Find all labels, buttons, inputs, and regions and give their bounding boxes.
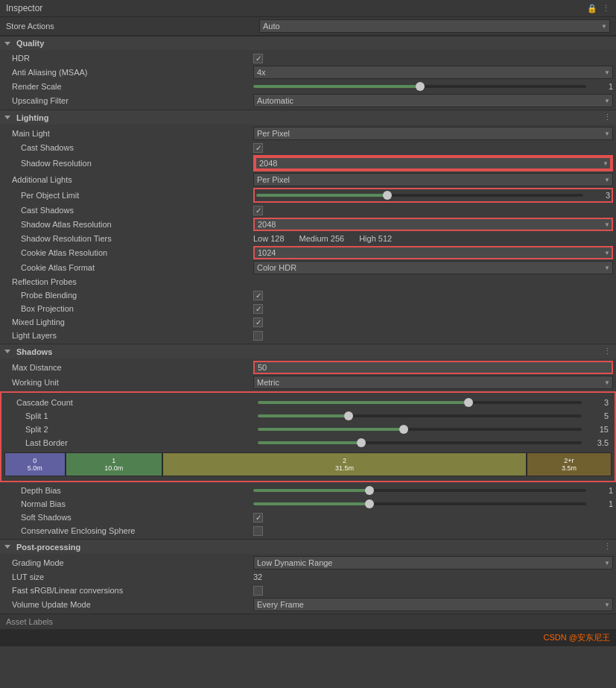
depth-bias-fill <box>253 489 369 492</box>
upscaling-label: Upscaling Filter <box>0 96 253 105</box>
max-distance-input[interactable] <box>253 361 613 374</box>
shadows-section-header[interactable]: Shadows ⋮ <box>0 344 616 359</box>
shadow-resolution-label: Shadow Resolution <box>0 159 253 168</box>
cast-shadows-main-checkbox[interactable] <box>253 143 263 153</box>
additional-lights-row: Additional Lights Per Pixel <box>0 172 616 187</box>
soft-shadows-checkbox[interactable] <box>253 513 263 523</box>
cookie-atlas-resolution-label: Cookie Atlas Resolution <box>0 248 253 257</box>
store-actions-select[interactable]: Auto <box>259 19 610 33</box>
lighting-menu-icon[interactable]: ⋮ <box>603 113 612 122</box>
main-light-value: Per Pixel <box>253 127 616 140</box>
cascade-group: Cascade Count 3 Split 1 <box>0 391 616 482</box>
probe-blending-checkbox[interactable] <box>253 291 263 300</box>
upscaling-select[interactable]: Automatic <box>253 94 613 107</box>
store-actions-select-wrapper: Auto <box>259 19 610 33</box>
lock-icon[interactable]: 🔒 <box>587 4 597 13</box>
max-distance-label: Max Distance <box>0 363 253 372</box>
normal-bias-display: 1 <box>591 499 613 508</box>
normal-bias-label: Normal Bias <box>0 499 253 508</box>
grading-mode-value: Low Dynamic Range <box>253 556 616 569</box>
upscaling-value: Automatic <box>253 94 616 107</box>
fast-srgb-checkbox[interactable] <box>253 586 263 596</box>
additional-lights-label: Additional Lights <box>0 175 253 184</box>
cascade-count-label: Cascade Count <box>4 398 258 407</box>
grading-mode-select[interactable]: Low Dynamic Range <box>253 556 613 569</box>
cookie-atlas-resolution-row: Cookie Atlas Resolution 1024 <box>0 245 616 260</box>
split1-thumb[interactable] <box>344 411 353 420</box>
cascade-visual: 0 5.0m 1 10.0m 2 31.5m 2+r 3.5m <box>4 452 612 476</box>
cascade-count-slider[interactable]: 3 <box>258 398 609 407</box>
cookie-atlas-format-wrapper: Color HDR <box>253 261 613 274</box>
csdn-watermark: CSDN @安东尼王 <box>544 632 610 643</box>
render-scale-fill <box>253 85 420 88</box>
last-border-thumb[interactable] <box>357 438 366 447</box>
menu-icon[interactable]: ⋮ <box>602 4 610 13</box>
normal-bias-thumb[interactable] <box>365 499 374 508</box>
cast-shadows-main-value <box>253 143 616 153</box>
cascade-count-display: 3 <box>586 398 609 407</box>
cast-shadows-add-row: Cast Shadows <box>0 203 616 217</box>
mixed-lighting-checkbox[interactable] <box>253 318 263 327</box>
render-scale-slider[interactable]: 1 <box>253 82 613 91</box>
split2-slider[interactable]: 15 <box>258 425 609 434</box>
conservative-sphere-label: Conservative Enclosing Sphere <box>0 526 253 535</box>
hdr-checkbox[interactable] <box>253 54 263 63</box>
quality-section-header[interactable]: Quality <box>0 36 616 50</box>
volume-update-select[interactable]: Every Frame <box>253 598 613 611</box>
working-unit-value: Metric <box>253 376 616 389</box>
lighting-collapse-icon <box>4 116 10 119</box>
antialiasing-select[interactable]: 4x <box>253 66 613 79</box>
additional-lights-select[interactable]: Per Pixel <box>253 173 613 186</box>
lut-size-label: LUT size <box>0 572 253 581</box>
cast-shadows-main-row: Cast Shadows <box>0 141 616 154</box>
shadow-atlas-resolution-select[interactable]: 2048 <box>253 218 613 231</box>
lighting-section-header[interactable]: Lighting ⋮ <box>0 110 616 124</box>
last-border-label: Last Border <box>4 438 258 447</box>
cascade-count-thumb[interactable] <box>464 398 473 407</box>
render-scale-row: Render Scale 1 <box>0 80 616 93</box>
fast-srgb-row: Fast sRGB/Linear conversions <box>0 584 616 597</box>
main-light-label: Main Light <box>0 129 253 138</box>
depth-bias-slider[interactable]: 1 <box>253 486 613 495</box>
postprocessing-title: Post-processing <box>16 543 80 552</box>
shadows-menu-icon[interactable]: ⋮ <box>603 347 612 356</box>
shadow-atlas-resolution-value: 2048 <box>253 218 616 231</box>
render-scale-thumb[interactable] <box>416 82 425 91</box>
probe-blending-row: Probe Blending <box>0 288 616 302</box>
lut-size-display: 32 <box>253 572 262 581</box>
postprocessing-menu-icon[interactable]: ⋮ <box>603 542 612 552</box>
conservative-sphere-checkbox[interactable] <box>253 526 263 536</box>
grading-mode-select-wrapper: Low Dynamic Range <box>253 556 613 569</box>
volume-update-label: Volume Update Mode <box>0 600 253 609</box>
quality-body: HDR Anti Aliasing (MSAA) 4x Render Scale <box>0 50 616 110</box>
split1-value: 5 <box>258 411 612 420</box>
shadow-resolution-select[interactable]: 2048 <box>255 157 612 170</box>
last-border-slider[interactable]: 3.5 <box>258 438 609 447</box>
light-layers-checkbox[interactable] <box>253 331 263 341</box>
cookie-atlas-format-value: Color HDR <box>253 261 616 274</box>
cookie-atlas-resolution-select[interactable]: 1024 <box>253 246 613 259</box>
soft-shadows-label: Soft Shadows <box>0 513 253 522</box>
probe-blending-label: Probe Blending <box>0 291 253 300</box>
cascade-count-track <box>258 401 582 404</box>
shadow-atlas-resolution-row: Shadow Atlas Resolution 2048 <box>0 217 616 232</box>
volume-update-select-wrapper: Every Frame <box>253 598 613 611</box>
hdr-row: HDR <box>0 51 616 65</box>
split2-thumb[interactable] <box>399 425 408 434</box>
normal-bias-slider[interactable]: 1 <box>253 499 613 508</box>
box-projection-checkbox[interactable] <box>253 304 263 314</box>
tier-low: Low 128 <box>253 234 285 243</box>
per-object-limit-thumb[interactable] <box>383 191 392 200</box>
watermark-bar: CSDN @安东尼王 <box>0 629 616 646</box>
depth-bias-thumb[interactable] <box>365 486 374 495</box>
per-object-limit-slider[interactable]: 3 <box>253 188 613 203</box>
working-unit-select[interactable]: Metric <box>253 376 613 389</box>
last-border-fill <box>258 441 361 444</box>
upscaling-select-wrapper: Automatic <box>253 94 613 107</box>
main-light-select[interactable]: Per Pixel <box>253 127 613 140</box>
cookie-atlas-format-select[interactable]: Color HDR <box>253 261 613 274</box>
postprocessing-section-header[interactable]: Post-processing ⋮ <box>0 539 616 554</box>
split1-slider[interactable]: 5 <box>258 411 609 420</box>
split2-track <box>258 428 582 431</box>
cast-shadows-add-checkbox[interactable] <box>253 206 263 215</box>
